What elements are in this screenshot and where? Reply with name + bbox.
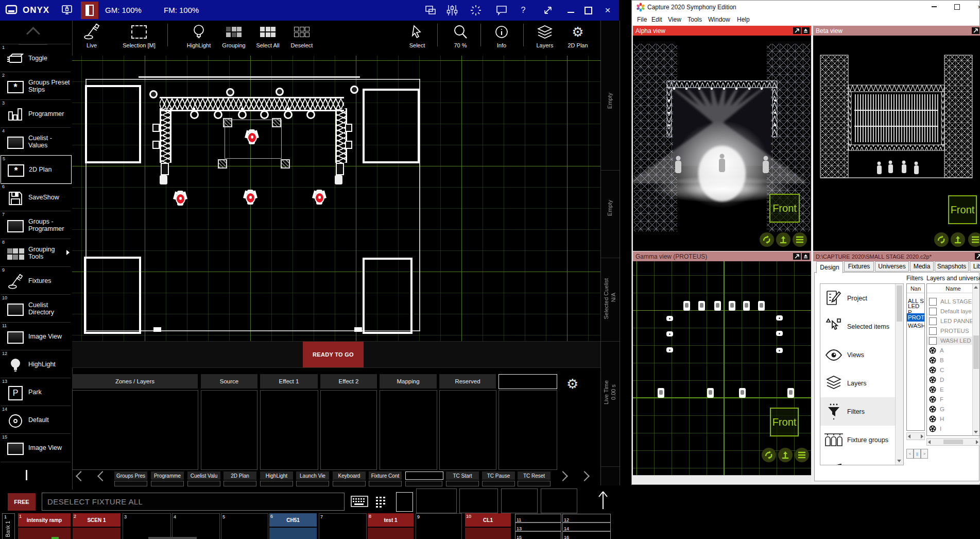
truss-horizontal[interactable] (160, 97, 344, 111)
status-cell[interactable] (501, 489, 538, 513)
status-cell[interactable] (541, 489, 577, 513)
command-line-input[interactable]: DESELECT FIXTURE ALL (42, 493, 345, 511)
floor-fixture[interactable] (153, 327, 161, 332)
bottom-tab-groups[interactable]: Groups Pres (114, 471, 147, 480)
numpad-icon[interactable] (374, 496, 387, 508)
led-screen[interactable] (85, 85, 141, 163)
truss-fixture[interactable] (190, 110, 199, 119)
checkbox[interactable] (929, 337, 937, 345)
tool-project[interactable]: Project (820, 284, 896, 312)
playback-2[interactable]: 2SCEN 1 (73, 513, 121, 539)
fixture-moving-head[interactable] (714, 301, 721, 311)
led-screen[interactable] (363, 258, 412, 334)
empty-slot-label[interactable]: Empty (607, 200, 613, 216)
keyboard-icon[interactable] (351, 495, 368, 508)
toolbar-select-all-button[interactable]: Select All (248, 22, 287, 55)
universe-row[interactable]: F (927, 395, 979, 403)
playback-6[interactable]: 6CH51 (269, 513, 317, 539)
capture-minimize-button[interactable] (925, 1, 943, 13)
sidebar-item-programmer[interactable]: 3 Programmer (1, 99, 71, 128)
popout-icon[interactable] (793, 253, 801, 260)
filters-hscrollbar[interactable] (906, 432, 925, 440)
sidebar-item-highlight[interactable]: 12 HighLight (1, 350, 71, 378)
bottom-tab-keyboard[interactable]: Keyboard (333, 471, 366, 480)
expand-up-icon[interactable] (596, 490, 610, 510)
playback-11[interactable]: 11 (515, 514, 561, 523)
playback-7[interactable]: 7 (319, 513, 367, 539)
checkbox[interactable] (929, 308, 937, 315)
fixture-moving-head[interactable] (658, 388, 664, 398)
bottom-tab-tc-pause[interactable]: TC Pause (482, 471, 515, 480)
status-cell[interactable] (459, 489, 498, 513)
alpha-view-titlebar[interactable]: Alpha view (633, 26, 811, 36)
bottom-tab-2d-plan[interactable]: 2D Plan (223, 471, 256, 480)
sidebar-item-cuelist-values[interactable]: 4 Cuelist - Values (1, 127, 71, 156)
bottom-tab-fixture-control[interactable]: Fixture Cont (369, 471, 402, 480)
led-screen[interactable] (363, 89, 420, 163)
truss-base-right[interactable] (335, 163, 344, 187)
monitor-lock-icon[interactable] (61, 4, 73, 16)
2d-plan-canvas[interactable] (72, 56, 600, 341)
tool-media-slate[interactable] (820, 454, 896, 465)
sidebar-item-saveshow[interactable]: 6 SaveShow (1, 183, 71, 211)
sidebar-item-2d-plan[interactable]: 5 * 2D Plan (1, 155, 72, 184)
tool-filters[interactable]: Filters (820, 397, 896, 426)
rigging-point[interactable] (276, 88, 284, 96)
fixture-moving-head[interactable] (743, 301, 750, 311)
mini-button-next[interactable]: > (921, 449, 928, 459)
bottom-tab-empty[interactable] (405, 471, 443, 480)
sidebar-item-toggle[interactable]: 1 Toggle (1, 44, 71, 72)
rotate-view-button[interactable] (934, 232, 949, 247)
maximize-button[interactable] (582, 4, 594, 16)
universe-row[interactable]: A (927, 346, 979, 355)
windows-cascade-icon[interactable] (424, 4, 437, 16)
tab-design[interactable]: Design (816, 261, 843, 273)
menu-edit[interactable]: Edit (651, 16, 662, 23)
beta-view-pane[interactable]: Beta view Fro (813, 26, 980, 251)
alpha-view-pane[interactable]: Alpha view (633, 26, 811, 251)
tab-media[interactable]: Media (910, 261, 934, 272)
layers-vscrollbar[interactable] (972, 284, 979, 435)
playback-8[interactable]: 8test 1 (368, 513, 414, 539)
layer-row-highlighted[interactable]: WASH LED (927, 336, 979, 345)
truss-fixture[interactable] (238, 110, 247, 119)
menu-file[interactable]: File (637, 16, 647, 23)
layer-row[interactable]: PROTEUS (927, 327, 979, 335)
grand-master-value[interactable]: GM: 100% (105, 6, 142, 14)
side-fixture[interactable] (152, 124, 160, 132)
alpha-view-cube-label[interactable]: Front (769, 194, 800, 223)
zone-cell[interactable] (320, 390, 377, 470)
universe-row[interactable]: G (927, 405, 979, 413)
playback-4[interactable]: 4 (172, 513, 220, 539)
fixture-moving-head[interactable] (787, 388, 794, 398)
menu-tools[interactable]: Tools (687, 16, 702, 23)
tabbar-scroll-left-icon[interactable] (76, 471, 86, 481)
rotate-view-button[interactable] (760, 232, 774, 247)
floor-fixture[interactable] (354, 327, 362, 332)
gamma-view-pane[interactable]: Gamma view (PROTEUS) Front (633, 251, 811, 483)
flash-master-value[interactable]: FM: 100% (164, 6, 199, 14)
empty-slot-label[interactable]: Empty (607, 93, 613, 109)
column-header-effect1[interactable]: Effect 1 (260, 374, 318, 389)
sidebar-item-image-view-1[interactable]: 11 Image View (1, 322, 71, 350)
zone-cell[interactable] (72, 390, 198, 470)
pan-view-button[interactable] (951, 232, 965, 247)
faders-icon[interactable] (446, 4, 458, 16)
column-header-reserved[interactable]: Reserved (439, 374, 496, 389)
side-fixture[interactable] (345, 124, 352, 132)
truss-fixture[interactable] (306, 110, 315, 119)
side-fixture[interactable] (345, 141, 352, 149)
universe-row[interactable]: C (927, 366, 979, 374)
playback-10[interactable]: 10CL1 (465, 513, 511, 539)
zone-cell[interactable] (201, 390, 257, 470)
tab-fixtures[interactable]: Fixtures (844, 261, 874, 272)
fixture-wash[interactable] (666, 316, 673, 321)
sidebar-item-cuelist-directory[interactable]: 10 Cuelist Directory (1, 294, 71, 323)
fixture-moving-head[interactable] (698, 301, 705, 311)
menu-help[interactable]: Help (737, 16, 750, 23)
sidebar-item-groups-preset-strips[interactable]: 2 * Groups Preset Strips (1, 72, 71, 100)
menu-window[interactable]: Window (708, 16, 730, 23)
playback-9[interactable]: 9 (416, 513, 462, 539)
tab-universes[interactable]: Universes (875, 261, 909, 272)
column-header-source[interactable]: Source (201, 374, 257, 389)
